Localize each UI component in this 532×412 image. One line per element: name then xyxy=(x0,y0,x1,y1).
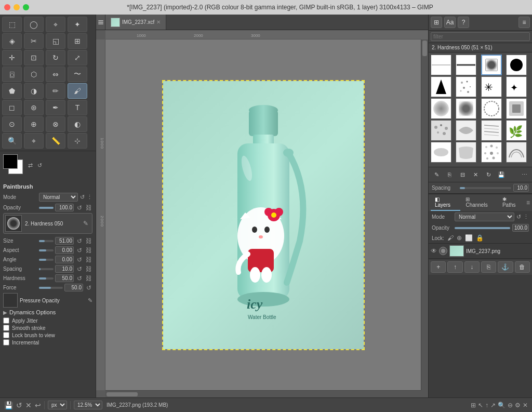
angle-value[interactable]: 0.00 xyxy=(55,256,74,263)
color-selector[interactable] xyxy=(3,154,26,177)
size-reset-icon[interactable]: ↺ xyxy=(76,237,83,245)
aspect-slider[interactable] xyxy=(39,249,54,251)
foreground-color[interactable] xyxy=(3,154,18,169)
brush-duplicate-icon[interactable]: ⎘ xyxy=(444,169,455,180)
swap-colors-icon[interactable]: ⇄ xyxy=(28,162,35,169)
raise-layer-button[interactable]: ↑ xyxy=(447,261,462,273)
smooth-stroke-checkbox[interactable] xyxy=(3,325,9,331)
tool-move[interactable]: ✛ xyxy=(2,50,22,65)
hardness-chain-icon[interactable]: ⛓ xyxy=(85,275,92,282)
new-layer-button[interactable]: + xyxy=(431,261,446,273)
layer-opacity-value[interactable]: 100.0 xyxy=(512,224,529,232)
status-settings-icon[interactable]: ⚙ xyxy=(515,402,521,409)
status-nav2-icon[interactable]: ↑ xyxy=(485,402,488,409)
brush-dots-icon[interactable]: ⋯ xyxy=(518,169,530,180)
vscroll-thumb[interactable] xyxy=(422,41,427,56)
spacing-value[interactable]: 10.0 xyxy=(55,265,74,273)
duplicate-layer-button[interactable]: ⎘ xyxy=(481,261,496,273)
layer-mode-chain-icon[interactable]: ⋮ xyxy=(523,214,529,220)
status-fit-icon[interactable]: ⊞ xyxy=(471,402,476,409)
tab-nav-icon[interactable] xyxy=(96,15,105,30)
layers-panel-menu[interactable]: ≡ xyxy=(526,194,530,211)
tab-paths[interactable]: ✱ Paths xyxy=(498,194,525,211)
brush-cell[interactable] xyxy=(431,55,451,75)
aspect-value[interactable]: 0.00 xyxy=(55,246,74,254)
tool-color-select[interactable]: ◈ xyxy=(2,33,22,49)
tool-zoom[interactable]: 🔍 xyxy=(2,133,22,149)
status-close-icon[interactable]: ✕ xyxy=(25,401,32,409)
brush-cell[interactable] xyxy=(431,120,451,141)
tab-layers[interactable]: ◧ Layers xyxy=(431,194,460,211)
layer-mode-select[interactable]: Normal xyxy=(455,212,514,221)
help-button[interactable]: ? xyxy=(458,17,469,28)
anchor-layer-button[interactable]: ⚓ xyxy=(498,261,513,273)
brush-cell[interactable] xyxy=(481,98,502,119)
tool-free-select[interactable]: ⌖ xyxy=(46,17,65,32)
dynamics-options-row[interactable]: ▶ Dynamics Options xyxy=(3,309,92,315)
brush-cell[interactable] xyxy=(506,55,527,75)
brush-cell-selected[interactable] xyxy=(481,55,502,75)
brush-cell[interactable] xyxy=(456,98,476,119)
maximize-button[interactable] xyxy=(23,4,29,10)
tool-extra[interactable]: ⊹ xyxy=(68,133,87,149)
aspect-reset-icon[interactable]: ↺ xyxy=(76,247,83,254)
dynamics-edit-icon[interactable]: ✎ xyxy=(88,297,92,304)
tool-blend[interactable]: ◑ xyxy=(24,83,44,99)
tool-scissors[interactable]: ✂ xyxy=(24,33,44,49)
tool-measure[interactable]: 📏 xyxy=(46,133,65,149)
force-slider[interactable] xyxy=(39,287,63,289)
canvas-tab-image[interactable]: IMG_2237.xcf ✕ xyxy=(105,15,166,30)
layer-mode-reset-icon[interactable]: ↺ xyxy=(516,214,521,220)
status-zoom-in-icon[interactable]: 🔍 xyxy=(498,402,506,409)
list-item[interactable]: 👁 IMG_2237.png xyxy=(429,244,532,259)
size-value[interactable]: 51.00 xyxy=(55,237,74,245)
brush-cell[interactable]: ✦ xyxy=(506,76,527,97)
lock-pixels-icon[interactable]: 🖌 xyxy=(447,234,454,242)
unit-select[interactable]: px xyxy=(48,401,67,409)
brush-cell[interactable]: ✳ xyxy=(481,76,502,97)
brush-cell[interactable] xyxy=(481,142,502,163)
force-reset-icon[interactable]: ↺ xyxy=(85,284,92,291)
vertical-scrollbar[interactable] xyxy=(421,39,428,390)
status-error-icon[interactable]: ✕ xyxy=(523,402,528,409)
brush-edit-button[interactable]: ✎ xyxy=(81,219,90,228)
layer-visibility-icon[interactable]: 👁 xyxy=(431,247,437,255)
tool-text[interactable]: T xyxy=(68,100,87,115)
spacing-slider[interactable] xyxy=(39,268,54,270)
tool-crop[interactable]: ⊡ xyxy=(24,50,44,65)
tool-fuzzy-select[interactable]: ✦ xyxy=(68,17,87,32)
tool-perspective[interactable]: ⬡ xyxy=(24,67,44,82)
brush-cell[interactable] xyxy=(456,76,476,97)
horizontal-scrollbar[interactable] xyxy=(105,390,421,397)
status-undo-icon[interactable]: ↺ xyxy=(16,401,22,409)
hardness-reset-icon[interactable]: ↺ xyxy=(76,275,83,282)
minimize-button[interactable] xyxy=(14,4,20,10)
lock-position-icon[interactable]: ⊕ xyxy=(457,234,462,242)
incremental-checkbox[interactable] xyxy=(3,339,9,345)
reset-colors-icon[interactable]: ↺ xyxy=(37,162,45,169)
tool-heal[interactable]: ⊕ xyxy=(24,116,44,132)
tool-eraser[interactable]: ◻ xyxy=(2,100,22,115)
image-canvas[interactable]: icy Water Bottle xyxy=(162,80,365,350)
angle-slider[interactable] xyxy=(39,259,54,261)
status-nav1-icon[interactable]: ↖ xyxy=(478,402,483,409)
size-slider[interactable] xyxy=(39,240,54,242)
force-value[interactable]: 50.0 xyxy=(64,284,83,291)
tab-channels[interactable]: ⊞ Channels xyxy=(461,194,497,211)
opacity-chain-icon[interactable]: ⛓ xyxy=(85,204,92,211)
brush-cell[interactable] xyxy=(431,76,451,97)
status-reset-icon[interactable]: ↩ xyxy=(35,401,41,409)
brush-cell[interactable] xyxy=(456,142,476,163)
brush-cell[interactable] xyxy=(506,98,527,119)
tool-shear[interactable]: ⌼ xyxy=(2,67,22,82)
lower-layer-button[interactable]: ↓ xyxy=(464,261,480,273)
delete-layer-button[interactable]: 🗑 xyxy=(515,261,530,273)
brush-paint-icon[interactable]: ✎ xyxy=(431,169,442,180)
mode-select[interactable]: Normal xyxy=(39,193,78,202)
tool-rect-select[interactable]: ⬚ xyxy=(2,17,22,32)
tool-align[interactable]: ⊞ xyxy=(68,33,87,49)
status-nav3-icon[interactable]: ↗ xyxy=(490,402,496,409)
tool-scale[interactable]: ⤢ xyxy=(68,50,87,65)
brush-rotate-icon[interactable]: ↻ xyxy=(483,169,494,180)
brush-cell[interactable] xyxy=(481,120,502,141)
